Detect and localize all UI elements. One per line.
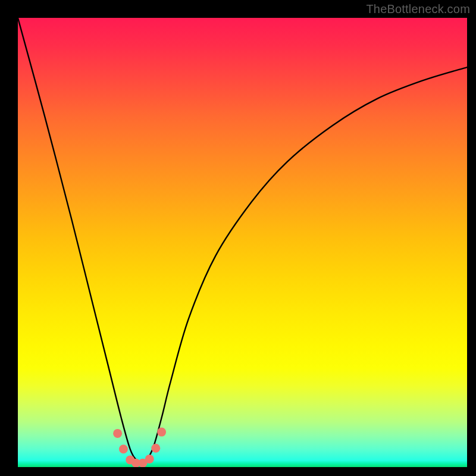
chart-frame: TheBottleneck.com [0, 0, 476, 476]
plot-background [18, 18, 467, 467]
watermark-text: TheBottleneck.com [366, 2, 470, 16]
